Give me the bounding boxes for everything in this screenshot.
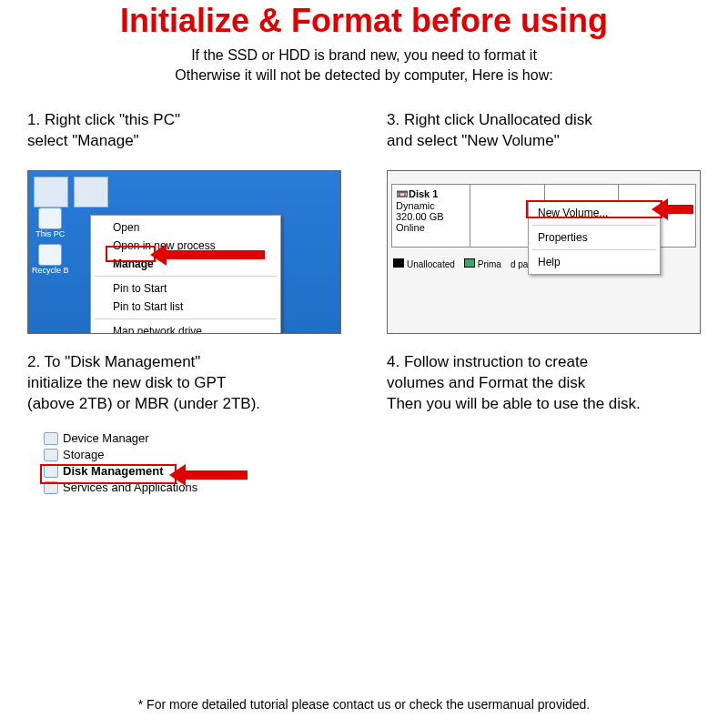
- screenshot-desktop-context-menu: This PC Recycle B Open Open in new proce…: [27, 170, 341, 334]
- desktop-icon-this-pc[interactable]: This PC: [32, 207, 69, 238]
- computer-icon: [38, 207, 62, 229]
- menu-item-properties[interactable]: Properties: [529, 228, 660, 247]
- step-4-line1: 4. Follow instruction to create: [387, 353, 588, 370]
- legend: Unallocated Prima d pa: [393, 258, 528, 269]
- step-1-line2: select "Manage": [27, 132, 139, 149]
- tree-item-device-manager[interactable]: Device Manager: [44, 431, 197, 445]
- menu-separator: [95, 318, 277, 319]
- tree-label: Storage: [63, 448, 105, 461]
- subtitle-line2: Otherwise it will not be detected by com…: [175, 67, 552, 83]
- highlight-box-manage: [106, 246, 156, 262]
- legend-swatch-unallocated: [393, 258, 404, 268]
- step-4-text: 4. Follow instruction to create volumes …: [387, 352, 701, 415]
- step-1-line1: 1. Right click "this PC": [27, 111, 180, 128]
- step-3-line2: and select "New Volume": [387, 132, 560, 149]
- step-2-line1: 2. To "Disk Management": [27, 353, 200, 370]
- menu-item-help[interactable]: Help: [529, 253, 660, 271]
- storage-icon: [44, 449, 58, 461]
- taskbar-tile: [74, 177, 108, 207]
- taskbar-tile: [34, 177, 68, 207]
- disk-type: Dynamic: [396, 200, 435, 211]
- recycle-bin-icon: [38, 244, 62, 266]
- disk-status: Online: [396, 222, 425, 233]
- menu-separator: [532, 249, 656, 250]
- menu-separator: [95, 276, 277, 277]
- step-4-line3: Then you will be able to use the disk.: [387, 395, 641, 412]
- step-3: 3. Right click Unallocated disk and sele…: [387, 110, 701, 521]
- step-4-line2: volumes and Format the disk: [387, 374, 585, 391]
- screenshot-mgmt-tree: Device Manager Storage Disk Management S…: [27, 430, 255, 521]
- legend-label-unallocated: Unallocated: [407, 259, 455, 269]
- highlight-box-disk-management: [40, 464, 177, 484]
- desktop-icon-recycle-bin[interactable]: Recycle B: [32, 244, 69, 275]
- highlight-box-new-volume: [526, 200, 662, 218]
- legend-tail-text: d pa: [511, 259, 528, 269]
- screenshot-disk-management: 📼Disk 1 Dynamic 320.00 GB Online Unalloc…: [387, 170, 701, 334]
- menu-item-open[interactable]: Open: [91, 218, 280, 237]
- page-subtitle: If the SSD or HDD is brand new, you need…: [27, 46, 701, 85]
- step-2-line2: initialize the new disk to GPT: [27, 374, 226, 391]
- legend-label-primary: Prima: [478, 259, 501, 269]
- legend-swatch-primary: [464, 258, 475, 268]
- desktop-label: Recycle B: [32, 266, 69, 275]
- tree-item-storage[interactable]: Storage: [44, 448, 197, 461]
- menu-item-pin-to-start-list[interactable]: Pin to Start list: [91, 298, 280, 316]
- step-2-text: 2. To "Disk Management" initialize the n…: [27, 352, 341, 415]
- menu-separator: [532, 225, 656, 226]
- step-3-line1: 3. Right click Unallocated disk: [387, 111, 592, 128]
- step-1: 1. Right click "this PC" select "Manage"…: [27, 110, 341, 521]
- device-manager-icon: [44, 432, 58, 445]
- menu-item-map-network-drive[interactable]: Map network drive...: [91, 322, 280, 334]
- desktop-label: This PC: [35, 229, 65, 238]
- disk-size: 320.00 GB: [396, 211, 444, 222]
- step-2-line3: (above 2TB) or MBR (under 2TB).: [27, 395, 260, 412]
- disk-info-cell: 📼Disk 1 Dynamic 320.00 GB Online: [392, 185, 470, 247]
- tree-label: Device Manager: [63, 431, 149, 445]
- page-title: Initialize & Format before using: [27, 2, 701, 40]
- step-3-text: 3. Right click Unallocated disk and sele…: [387, 110, 701, 156]
- menu-item-pin-to-start[interactable]: Pin to Start: [91, 279, 280, 298]
- step-1-text: 1. Right click "this PC" select "Manage": [27, 110, 341, 156]
- context-menu: Open Open in new process Manage Pin to S…: [90, 215, 281, 334]
- disk-name: Disk 1: [409, 188, 438, 199]
- subtitle-line1: If the SSD or HDD is brand new, you need…: [191, 47, 537, 63]
- footer-note: * For more detailed tutorial please cont…: [0, 697, 728, 712]
